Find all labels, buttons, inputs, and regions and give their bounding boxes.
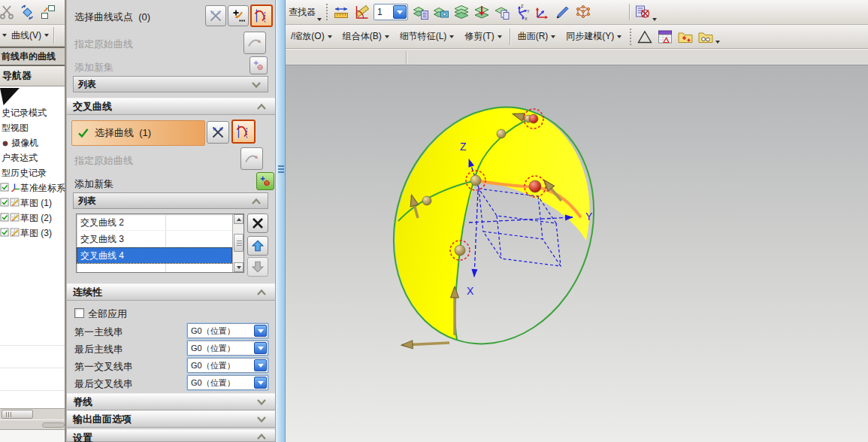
point-constructor-button[interactable] bbox=[228, 5, 249, 26]
tree-item-history-mode[interactable]: 史记录模式 bbox=[0, 105, 65, 120]
swap-direction-button[interactable] bbox=[205, 5, 226, 26]
add-new-set-button[interactable] bbox=[256, 172, 274, 190]
new-window-button[interactable] bbox=[37, 2, 57, 23]
tree-item-sketch-3[interactable]: 草图 (3) bbox=[0, 226, 65, 241]
copy-to-layer-button[interactable] bbox=[491, 2, 512, 23]
tree-item-model-views[interactable]: 型视图 bbox=[0, 120, 65, 135]
toolbar-grip[interactable] bbox=[630, 29, 631, 45]
scroll-up-button[interactable] bbox=[234, 214, 243, 224]
section-header-spine[interactable]: 脊线 bbox=[67, 393, 276, 410]
chevron-down-icon[interactable] bbox=[317, 18, 322, 21]
last-cross-dropdown[interactable]: G0（位置） bbox=[187, 375, 268, 390]
navigator-horizontal-scrollbar[interactable] bbox=[0, 408, 65, 419]
tree-item-sketch-1[interactable]: 草图 (1) bbox=[0, 195, 65, 210]
sweep-surface[interactable] bbox=[395, 107, 590, 340]
datum-sheet-button[interactable] bbox=[655, 26, 675, 47]
menu-trim[interactable]: 修剪(T) bbox=[459, 28, 507, 46]
empty-toolbar-strip bbox=[286, 49, 868, 65]
checkbox-checked-icon[interactable] bbox=[0, 227, 10, 238]
scroll-down-button[interactable] bbox=[234, 262, 243, 272]
cross-curve-list[interactable]: 交叉曲线 2 交叉曲线 3 交叉曲线 4 bbox=[76, 213, 244, 273]
origin-curve-button[interactable] bbox=[240, 147, 263, 170]
menu-curve[interactable]: 曲线(V) bbox=[9, 26, 51, 44]
checkbox-checked-icon[interactable] bbox=[0, 212, 10, 223]
swap-direction-button[interactable] bbox=[207, 121, 229, 144]
move-down-button[interactable] bbox=[247, 257, 268, 277]
chevron-down-icon[interactable] bbox=[254, 359, 267, 371]
list-item[interactable]: 交叉曲线 2 bbox=[77, 214, 232, 231]
apply-all-checkbox[interactable] bbox=[74, 308, 84, 318]
menu-detail-feature[interactable]: 细节特征(L) bbox=[395, 28, 460, 46]
section-header-settings[interactable]: 设置 bbox=[67, 429, 276, 442]
add-new-set-button[interactable] bbox=[250, 56, 268, 74]
chevron-down-icon[interactable] bbox=[254, 342, 267, 354]
measure-angle-button[interactable] bbox=[351, 2, 371, 23]
tree-item-model-history[interactable]: 型历史记录 bbox=[0, 165, 65, 180]
section-header-output-surface[interactable]: 输出曲面选项 bbox=[67, 410, 276, 428]
menu-boolean[interactable]: 组合体(B) bbox=[337, 28, 395, 46]
group-points-button[interactable] bbox=[675, 26, 695, 47]
layer-settings-button[interactable] bbox=[451, 2, 471, 23]
curve-rule-button-active[interactable] bbox=[231, 120, 256, 144]
csys-red-icon bbox=[534, 4, 551, 20]
last-cross-label: 最后交叉线串 bbox=[74, 377, 133, 391]
checkbox-checked-icon[interactable] bbox=[0, 182, 10, 192]
layer-visible-in-view-button[interactable] bbox=[431, 2, 451, 23]
list-item[interactable]: 交叉曲线 3 bbox=[77, 231, 232, 247]
specify-origin-curve-label: 指定原始曲线 bbox=[74, 38, 133, 51]
layer-category-button[interactable] bbox=[410, 2, 431, 23]
scrollbar-thumb[interactable] bbox=[2, 410, 33, 419]
select-curve-label: 选择曲线 (1) bbox=[95, 126, 151, 140]
tree-item-user-expressions[interactable]: 户表达式 bbox=[0, 150, 65, 165]
splitter-handle[interactable] bbox=[42, 422, 65, 428]
panel-splitter[interactable] bbox=[0, 419, 65, 430]
work-layer-combo[interactable]: 1 bbox=[374, 4, 408, 20]
menu-scale[interactable]: /缩放(O) bbox=[286, 28, 337, 46]
list-scrollbar[interactable] bbox=[232, 214, 243, 272]
remove-item-button[interactable] bbox=[247, 213, 268, 233]
menu-surface[interactable]: 曲面(R) bbox=[513, 28, 561, 46]
origin-curve-button[interactable] bbox=[243, 32, 266, 54]
scrollbar-thumb[interactable] bbox=[234, 234, 243, 252]
last-primary-dropdown[interactable]: G0（位置） bbox=[187, 341, 268, 356]
checkbox-checked-icon[interactable] bbox=[0, 197, 10, 207]
annotation-display-button[interactable] bbox=[632, 2, 652, 23]
tree-item-datum-csys[interactable]: 基准坐标系 bbox=[0, 180, 65, 195]
first-primary-dropdown[interactable]: G0（位置） bbox=[187, 323, 268, 338]
point-set-button[interactable] bbox=[573, 2, 593, 23]
dialog-resize-gutter[interactable] bbox=[275, 0, 286, 442]
select-curve-row-active[interactable]: 选择曲线 (1) bbox=[71, 120, 205, 146]
rotate-view-button[interactable] bbox=[17, 2, 37, 23]
toolbar-grip[interactable] bbox=[326, 4, 328, 20]
menu-synchronous-modeling[interactable]: 同步建模(Y) bbox=[561, 28, 627, 46]
list-item-selected[interactable]: 交叉曲线 4 bbox=[77, 247, 232, 264]
cut-button[interactable] bbox=[0, 2, 17, 23]
group-circles-button[interactable] bbox=[695, 26, 715, 47]
chevron-down-icon[interactable] bbox=[715, 41, 720, 44]
measure-angle-icon bbox=[353, 4, 370, 20]
list-bar-top[interactable]: 列表 bbox=[73, 76, 268, 92]
triangle-mesh-button[interactable] bbox=[634, 26, 655, 47]
feature-menu-bar: /缩放(O) 组合体(B) 细节特征(L) 修剪(T) 曲面(R) 同步建模(Y… bbox=[286, 25, 868, 49]
curve-rule-button-active[interactable] bbox=[250, 5, 273, 27]
first-cross-dropdown[interactable]: G0（位置） bbox=[187, 358, 268, 373]
tree-item-sketch-2[interactable]: 草图 (2) bbox=[0, 210, 65, 226]
tree-item-cameras[interactable]: 摄像机 bbox=[0, 135, 65, 150]
chevron-down-icon[interactable] bbox=[254, 377, 267, 389]
chevron-down-icon[interactable] bbox=[652, 18, 657, 21]
measure-distance-button[interactable] bbox=[331, 2, 351, 23]
nx-application-window: { "left_panel": { "menu_curve": "曲线(V)",… bbox=[0, 0, 868, 442]
datum-pen-button[interactable] bbox=[552, 2, 573, 23]
finder-button[interactable]: 查找器 bbox=[286, 6, 317, 19]
chevron-down-icon[interactable] bbox=[393, 5, 407, 19]
section-header-cross-curve[interactable]: 交叉曲线 bbox=[67, 98, 276, 115]
wcs-display-button[interactable]: ZYX bbox=[512, 2, 532, 23]
section-header-continuity[interactable]: 连续性 bbox=[67, 283, 276, 301]
chevron-down-icon[interactable] bbox=[254, 325, 267, 337]
move-up-button[interactable] bbox=[247, 236, 268, 256]
move-to-layer-button[interactable] bbox=[471, 2, 491, 23]
graphics-viewport[interactable]: Z Y X bbox=[286, 65, 868, 442]
csys-orient-button[interactable] bbox=[532, 2, 552, 23]
list-bar-cross[interactable]: 列表 bbox=[73, 192, 268, 209]
menu-overflow-caret[interactable] bbox=[2, 34, 7, 37]
